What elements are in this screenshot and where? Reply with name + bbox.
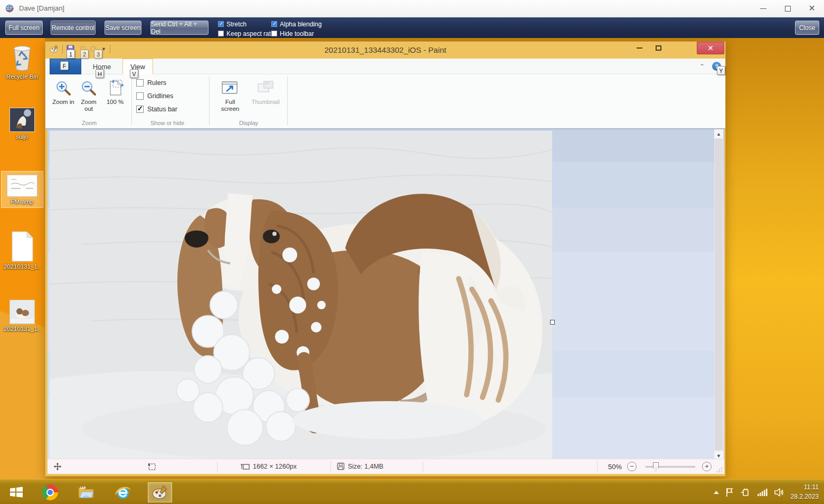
separator — [217, 461, 217, 472]
group-label-zoom: Zoom — [65, 120, 113, 126]
send-ctrl-alt-del-button[interactable]: Send Ctrl + Alt + Del — [150, 21, 209, 35]
network-signal-icon[interactable] — [757, 488, 768, 497]
file-size-text: Size: 1,4MB — [348, 463, 383, 470]
app-titlebar: Dave [Damjan] ✕ — [0, 0, 824, 17]
image-dimensions-text: 1662 × 1260px — [253, 463, 297, 470]
image-size-icon — [241, 462, 250, 471]
resize-grip-icon[interactable] — [717, 467, 723, 472]
canvas-resize-handle[interactable] — [550, 320, 555, 325]
keep-aspect-checkbox-row[interactable]: Keep aspect ratio — [218, 30, 276, 37]
taskbar: 11:11 28.2.2023 — [0, 479, 824, 504]
keep-aspect-label: Keep aspect ratio — [226, 30, 276, 37]
scroll-up-icon[interactable]: ▲ — [714, 129, 723, 138]
keytip-save: 1 — [67, 50, 75, 59]
clock-date: 28.2.2023 — [791, 492, 819, 501]
desktop-icon-recycle-bin[interactable]: Recycle Bin — [1, 43, 43, 80]
gridlines-checkbox-row[interactable]: Gridlines — [136, 92, 173, 100]
desktop-icon-suljo[interactable]: suljo — [1, 108, 43, 140]
paint-close-button[interactable]: ✕ — [697, 42, 724, 54]
taskbar-explorer-button[interactable] — [74, 482, 98, 502]
recycle-bin-icon — [10, 43, 34, 72]
status-bar-checkbox[interactable] — [136, 106, 144, 113]
desktop-icon-label: 20210131_1.. — [1, 263, 43, 270]
group-label-display: Display — [220, 120, 278, 126]
paint-status-bar: 1662 × 1260px Size: 1,4MB 50% − — [48, 459, 724, 474]
thumbnail-label: Thumbnail — [249, 99, 282, 106]
zoom-slider-thumb[interactable] — [653, 462, 659, 471]
rulers-checkbox-row[interactable]: Rulers — [136, 79, 166, 87]
clock-time: 11:11 — [791, 483, 819, 492]
system-tray: 11:11 28.2.2023 — [714, 480, 821, 504]
desktop-icon-fm-amp[interactable]: FM-amp — [1, 171, 43, 208]
paint-window: ▼ 1 2 3 20210131_133443302_iOS - Paint ✕… — [45, 41, 726, 477]
zoom-in-button[interactable]: Zoom in — [51, 77, 76, 124]
stretch-label: Stretch — [226, 21, 247, 28]
full-screen-button[interactable]: Full screen — [5, 21, 43, 35]
canvas-image[interactable] — [50, 131, 552, 460]
desktop-icon-file-20210131[interactable]: 20210131_1.. — [1, 231, 43, 270]
app-minimize-button[interactable] — [751, 0, 775, 17]
move-cursor-icon — [53, 462, 62, 471]
show-hidden-icons-icon[interactable] — [714, 491, 719, 494]
taskbar-ie-button[interactable] — [111, 482, 135, 502]
zoom-out-icon — [80, 80, 97, 97]
hide-toolbar-checkbox-row[interactable]: Hide toolbar — [271, 30, 314, 37]
photo-thumbnail-icon — [10, 108, 35, 132]
separator — [209, 77, 210, 125]
app-maximize-button[interactable] — [775, 0, 800, 17]
save-screen-button[interactable]: Save screen — [105, 21, 141, 35]
separator — [131, 77, 132, 125]
keep-aspect-checkbox[interactable] — [218, 31, 224, 36]
internet-explorer-icon — [114, 484, 132, 501]
app-close-button[interactable]: ✕ — [800, 0, 824, 17]
zoom-in-status-button[interactable]: + — [702, 462, 712, 471]
rulers-checkbox[interactable] — [136, 79, 144, 87]
separator — [423, 461, 423, 472]
keytip-file: F — [60, 61, 69, 70]
close-session-button[interactable]: Close — [795, 21, 819, 35]
zoom-out-button[interactable]: Zoom out — [76, 77, 101, 124]
cursor-position-indicator — [53, 462, 62, 471]
action-center-flag-icon[interactable] — [725, 488, 734, 497]
selection-icon — [147, 462, 156, 471]
separator — [287, 77, 288, 125]
taskbar-paint-button-active[interactable] — [148, 482, 172, 502]
vertical-scrollbar[interactable]: ▲ ▼ — [714, 129, 723, 460]
remote-toolbar: Full screen Remote control Save screen S… — [0, 17, 824, 38]
zoom-slider[interactable] — [646, 466, 695, 468]
volume-icon[interactable] — [774, 488, 784, 497]
scrollbar-thumb[interactable] — [715, 139, 723, 450]
keytip-view: V — [130, 69, 138, 78]
status-bar-checkbox-row[interactable]: Status bar — [136, 105, 177, 113]
full-screen-ribbon-button[interactable]: Full screen — [215, 77, 245, 124]
clock[interactable]: 11:11 28.2.2023 — [791, 483, 821, 501]
chrome-icon — [42, 484, 58, 500]
collapse-ribbon-icon[interactable]: ⌃ — [699, 63, 705, 70]
photo-thumbnail-icon — [10, 300, 35, 324]
gridlines-checkbox[interactable] — [136, 92, 144, 100]
alpha-blending-label: Alpha blending — [280, 21, 321, 28]
power-icon[interactable] — [740, 488, 751, 497]
remote-control-button[interactable]: Remote control — [51, 21, 96, 35]
taskbar-chrome-button[interactable] — [38, 482, 62, 502]
zoom-100-button[interactable]: 100 % — [102, 77, 128, 124]
stretch-checkbox-row[interactable]: Stretch — [218, 21, 247, 27]
alpha-blending-checkbox-row[interactable]: Alpha blending — [271, 21, 321, 27]
zoom-in-label: Zoom in — [52, 99, 75, 106]
hide-toolbar-checkbox[interactable] — [271, 31, 277, 36]
paint-maximize-button[interactable] — [650, 42, 666, 54]
rulers-label: Rulers — [147, 79, 166, 87]
windows-logo-icon — [9, 485, 24, 500]
paint-minimize-button[interactable] — [631, 42, 647, 54]
zoom-100-icon — [107, 80, 124, 97]
zoom-out-status-button[interactable]: − — [627, 462, 637, 471]
document-icon — [10, 231, 34, 262]
paint-canvas-area[interactable]: ▲ ▼ — [48, 129, 724, 460]
status-bar-label: Status bar — [147, 106, 177, 113]
group-label-show-or-hide: Show or hide — [133, 120, 202, 126]
alpha-blending-checkbox[interactable] — [271, 21, 277, 27]
stretch-checkbox[interactable] — [218, 21, 224, 27]
desktop-icon-photo-20210131[interactable]: 20210131_1.. — [1, 300, 43, 332]
paint-window-title: 20210131_133443302_iOS - Paint — [45, 45, 725, 54]
start-button[interactable] — [4, 482, 29, 502]
